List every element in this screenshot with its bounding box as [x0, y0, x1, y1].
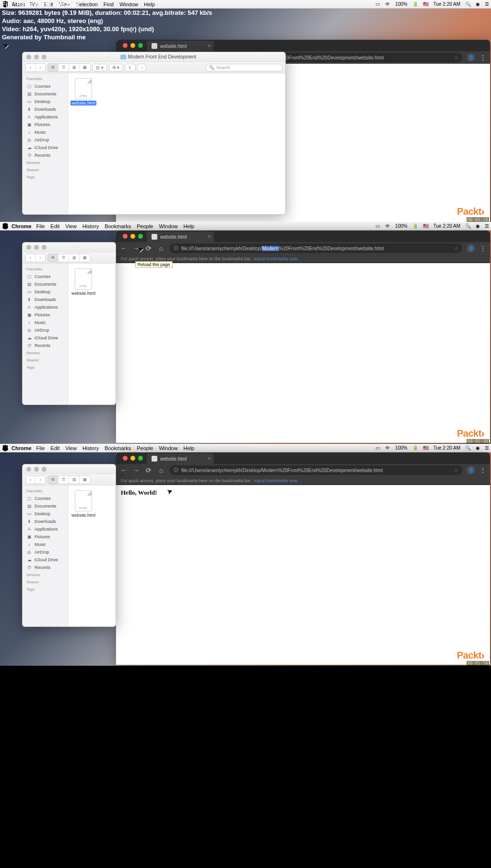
sidebar-item-applications[interactable]: AApplications	[23, 303, 68, 311]
menu-bookmarks[interactable]: Bookmarks	[105, 445, 131, 451]
menu-history[interactable]: History	[82, 223, 99, 229]
sidebar-item-recents[interactable]: ⏱Recents	[23, 564, 68, 571]
menu-history[interactable]: History	[82, 445, 99, 451]
close-tab-icon[interactable]: ×	[208, 233, 211, 240]
sidebar-item-pictures[interactable]: ▣Pictures	[23, 311, 68, 319]
sidebar-item-icloud[interactable]: ☁iCloud Drive	[23, 556, 68, 564]
menu-people[interactable]: People	[137, 445, 153, 451]
screencast-icon[interactable]: ▭	[375, 445, 380, 451]
bookmark-star-icon[interactable]: ☆	[454, 468, 458, 473]
browser-tab[interactable]: website.html ×	[147, 231, 214, 242]
address-bar[interactable]: ⓘ file:///Users/arseniychernykh/Desktop/…	[170, 465, 462, 475]
spotlight-icon[interactable]: 🔍	[465, 1, 471, 7]
file-website-html[interactable]: HTML website.html	[73, 78, 94, 105]
menu-people[interactable]: People	[137, 223, 153, 229]
bookmarks-bar[interactable]: For quick access, place your bookmarks h…	[116, 476, 490, 485]
home-button[interactable]: ⌂	[157, 466, 165, 474]
arrange-button[interactable]: ⊟ ▾	[93, 64, 107, 71]
profile-avatar[interactable]: 👤	[467, 54, 475, 61]
sidebar-item-pictures[interactable]: ▣Pictures	[23, 121, 68, 128]
window-controls[interactable]	[23, 464, 50, 474]
nav-buttons[interactable]: ‹›	[25, 63, 46, 72]
sidebar-item-airdrop[interactable]: ◎AirDrop	[23, 326, 68, 334]
close-tab-icon[interactable]: ×	[208, 43, 211, 49]
chrome-menu-icon[interactable]: ⋮	[479, 244, 486, 252]
wifi-icon[interactable]	[385, 1, 390, 7]
apple-icon[interactable]	[2, 445, 9, 451]
notification-icon[interactable]: ☰	[485, 223, 489, 229]
sidebar-item-pictures[interactable]: ▣Pictures	[23, 533, 68, 541]
sidebar-item-desktop[interactable]: ▭Desktop	[23, 288, 68, 296]
sidebar-item-documents[interactable]: ▤Documents	[23, 280, 68, 288]
sidebar-item-downloads[interactable]: ⬇Downloads	[23, 518, 68, 525]
clock[interactable]: Tue 2:20 AM	[433, 445, 460, 451]
app-name[interactable]: Chrome	[12, 223, 32, 229]
wifi-icon[interactable]	[385, 223, 390, 229]
window-controls[interactable]	[23, 243, 50, 252]
menu-window[interactable]: Window	[159, 445, 177, 451]
sidebar-item-recents[interactable]: ⏱Recents	[23, 342, 68, 349]
profile-avatar[interactable]: 👤	[467, 244, 475, 252]
chrome-menu-icon[interactable]: ⋮	[479, 54, 486, 61]
menu-edit[interactable]: Edit	[50, 223, 59, 229]
screencast-icon[interactable]: ▭	[375, 223, 380, 229]
action-button[interactable]: ⚙ ▾	[109, 64, 123, 71]
finder-window[interactable]: ‹› ⊞☰▥▦ Favorites ▢Courses ▤Documents ▭D…	[22, 242, 116, 405]
menubar-chrome[interactable]: Chrome File Edit View History Bookmarks …	[0, 444, 491, 452]
notification-icon[interactable]: ☰	[485, 1, 489, 7]
sidebar-item-music[interactable]: ♪Music	[23, 541, 68, 548]
window-controls[interactable]	[119, 231, 147, 242]
screencast-icon[interactable]: ▭	[375, 1, 380, 7]
reload-button[interactable]: ⟳	[145, 244, 152, 252]
browser-tab[interactable]: website.html ×	[147, 453, 214, 464]
wifi-icon[interactable]	[385, 445, 390, 451]
back-button[interactable]: ←	[120, 466, 128, 474]
clock[interactable]: Tue 2:20 AM	[433, 1, 460, 7]
sidebar-item-airdrop[interactable]: ◎AirDrop	[23, 136, 68, 144]
sidebar-item-airdrop[interactable]: ◎AirDrop	[23, 548, 68, 556]
profile-avatar[interactable]: 👤	[467, 466, 475, 474]
bookmark-star-icon[interactable]: ☆	[454, 55, 458, 60]
nav-buttons[interactable]: ‹›	[25, 475, 46, 484]
file-website-html[interactable]: HTML website.html	[73, 490, 94, 518]
chrome-window[interactable]: website.html × ← → ⟳ ⌂ ⓘ file:///Users/a…	[116, 452, 490, 665]
sidebar-item-icloud[interactable]: ☁iCloud Drive	[23, 144, 68, 151]
finder-window[interactable]: ‹› ⊞☰▥▦ Favorites ▢Courses ▤Documents ▭D…	[22, 464, 116, 627]
sidebar-item-courses[interactable]: ▢Courses	[23, 273, 68, 280]
sidebar-item-music[interactable]: ♪Music	[23, 128, 68, 136]
spotlight-icon[interactable]: 🔍	[465, 223, 471, 229]
apple-icon[interactable]	[2, 223, 9, 230]
file-area[interactable]: HTML website.html	[68, 73, 285, 214]
menu-bookmarks[interactable]: Bookmarks	[105, 223, 131, 229]
menu-view[interactable]: View	[65, 223, 77, 229]
siri-icon[interactable]: ◉	[476, 445, 480, 451]
menubar-chrome[interactable]: Chrome File Edit View History Bookmarks …	[0, 222, 491, 231]
flag-icon[interactable]: 🇺🇸	[423, 223, 429, 229]
window-controls[interactable]	[23, 52, 50, 61]
sidebar-item-recents[interactable]: ⏱Recents	[23, 151, 68, 159]
flag-icon[interactable]: 🇺🇸	[423, 1, 429, 7]
sidebar-item-downloads[interactable]: ⬇Downloads	[23, 296, 68, 303]
sidebar-item-courses[interactable]: ▢Courses	[23, 495, 68, 502]
share-button[interactable]: ⇪	[125, 64, 135, 71]
home-button[interactable]: ⌂	[157, 244, 165, 252]
sidebar-item-documents[interactable]: ▤Documents	[23, 90, 68, 98]
menu-edit[interactable]: Edit	[50, 445, 59, 451]
search-input[interactable]: 🔍Search	[206, 64, 282, 71]
flag-icon[interactable]: 🇺🇸	[423, 445, 429, 451]
nav-buttons[interactable]: ‹›	[25, 254, 46, 262]
file-area[interactable]: HTML website.html	[68, 486, 116, 626]
app-name[interactable]: Chrome	[12, 445, 32, 451]
sidebar-item-downloads[interactable]: ⬇Downloads	[23, 105, 68, 113]
file-website-html[interactable]: HTML website.html	[73, 268, 94, 296]
tags-button[interactable]: ○	[137, 64, 146, 71]
sidebar-item-icloud[interactable]: ☁iCloud Drive	[23, 334, 68, 342]
sidebar-item-applications[interactable]: AApplications	[23, 113, 68, 121]
menu-file[interactable]: File	[36, 223, 45, 229]
reload-button[interactable]: ⟳	[145, 466, 152, 474]
window-controls[interactable]	[119, 452, 147, 464]
menu-help[interactable]: Help	[184, 223, 195, 229]
chrome-menu-icon[interactable]: ⋮	[479, 466, 486, 474]
view-switcher[interactable]: ⊞☰▥▦	[47, 475, 91, 484]
address-bar[interactable]: ⓘ file:///Users/arseniychernykh/Desktop/…	[170, 243, 462, 253]
